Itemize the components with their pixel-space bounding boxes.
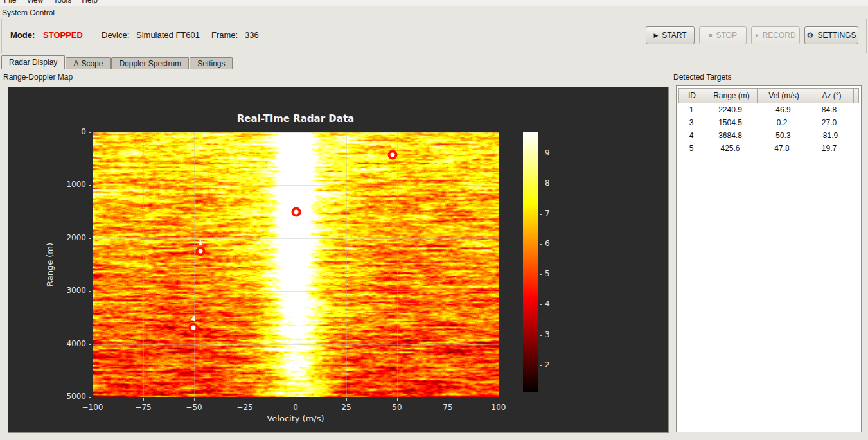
x-tick-mark xyxy=(448,398,448,401)
x-tick-mark xyxy=(245,398,245,401)
target-marker-label: 3 xyxy=(294,200,298,207)
x-tick-mark xyxy=(194,398,195,401)
column-header-blank xyxy=(853,88,859,103)
menu-item-file[interactable]: File xyxy=(4,0,16,5)
table-header-row: IDRange (m)Vel (m/s)Az (°) xyxy=(678,88,859,103)
cell-id: 4 xyxy=(678,129,704,142)
cell-vel-m-s: -46.9 xyxy=(756,103,808,116)
x-axis-label: Velocity (m/s) xyxy=(93,414,499,423)
cell-range-m: 2240.9 xyxy=(704,103,756,116)
colorbar-tick-mark xyxy=(540,304,542,305)
colorbar-tick-label: 4 xyxy=(545,299,550,308)
table-row[interactable]: 31504.50.227.0 xyxy=(678,116,859,129)
column-header-range-m[interactable]: Range (m) xyxy=(705,88,758,103)
stop-button[interactable]: ■STOP xyxy=(699,26,747,44)
column-header-az[interactable]: Az (°) xyxy=(810,88,854,103)
x-tick-mark xyxy=(499,398,499,401)
target-marker xyxy=(291,207,301,216)
y-tick-label: 2000 xyxy=(41,233,86,242)
tab-doppler-spectrum[interactable]: Doppler Spectrum xyxy=(111,57,189,69)
x-tick-label: 100 xyxy=(492,403,506,412)
y-axis-label: Range (m) xyxy=(45,243,55,286)
y-tick-label: 1000 xyxy=(41,180,86,189)
application-window: FileViewToolsHelp System Control Mode: S… xyxy=(0,0,868,440)
cell-az: 19.7 xyxy=(808,142,851,155)
x-tick-label: 25 xyxy=(341,403,351,412)
x-tick-mark xyxy=(143,398,144,401)
menu-item-help[interactable]: Help xyxy=(82,0,98,5)
target-marker xyxy=(195,246,205,256)
colorbar-tick-mark xyxy=(540,365,542,366)
target-marker xyxy=(189,322,199,332)
colorbar-tick-label: 3 xyxy=(545,330,550,339)
start-button[interactable]: ▶START xyxy=(646,26,695,44)
y-tick-mark xyxy=(89,132,91,133)
colorbar-tick-label: 9 xyxy=(545,148,550,157)
x-tick-label: −50 xyxy=(186,403,202,412)
cell-vel-m-s: 0.2 xyxy=(756,116,808,129)
column-header-id[interactable]: ID xyxy=(678,88,705,103)
detected-targets-label: Detected Targets xyxy=(673,73,732,82)
column-header-vel-m-s[interactable]: Vel (m/s) xyxy=(757,88,810,103)
button-label: STOP xyxy=(716,31,736,40)
menu-items: FileViewToolsHelp xyxy=(0,0,868,5)
menu-bar: FileViewToolsHelp xyxy=(0,0,868,6)
y-tick-mark xyxy=(89,238,91,239)
cell-az: 84.8 xyxy=(808,103,851,116)
range-doppler-plot-panel: Real-Time Radar Data Velocity (m/s) Rang… xyxy=(8,87,669,433)
colorbar-tick-mark xyxy=(540,244,542,245)
x-tick-mark xyxy=(397,398,398,401)
y-tick-label: 4000 xyxy=(41,339,86,348)
colorbar-tick-label: 2 xyxy=(545,360,550,369)
stop-icon: ■ xyxy=(709,32,712,39)
target-marker-label: 5 xyxy=(391,143,395,150)
button-label: SETTINGS xyxy=(817,31,856,40)
colorbar-tick-label: 7 xyxy=(545,209,550,218)
colorbar-tick-label: 8 xyxy=(545,179,550,188)
menu-item-tools[interactable]: Tools xyxy=(53,0,71,5)
x-tick-label: 75 xyxy=(443,403,452,412)
tab-a-scope[interactable]: A-Scope xyxy=(66,57,111,69)
y-tick-label: 5000 xyxy=(41,392,86,401)
settings-button[interactable]: ⚙SETTINGS xyxy=(804,26,858,44)
menu-item-view[interactable]: View xyxy=(26,0,43,5)
gear-icon: ⚙ xyxy=(807,31,814,40)
cell-vel-m-s: -50.3 xyxy=(756,129,808,142)
cell-vel-m-s: 47.8 xyxy=(756,142,808,155)
system-control-group-title: System Control xyxy=(2,8,55,17)
tab-settings[interactable]: Settings xyxy=(190,57,233,69)
y-tick-mark xyxy=(89,397,91,398)
button-label: RECORD xyxy=(763,31,796,40)
x-tick-mark xyxy=(93,398,93,401)
x-tick-label: −25 xyxy=(236,403,252,412)
tab-radar-display[interactable]: Radar Display xyxy=(1,55,65,69)
device-label: Device: xyxy=(102,30,129,40)
table-row[interactable]: 43684.8-50.3-81.9 xyxy=(678,129,859,142)
cell-range-m: 425.6 xyxy=(704,142,756,155)
table-row[interactable]: 12240.9-46.984.8 xyxy=(678,103,859,116)
target-marker-label: 4 xyxy=(191,315,196,322)
x-tick-mark xyxy=(296,398,296,401)
y-tick-mark xyxy=(89,344,91,345)
x-tick-label: −100 xyxy=(82,403,103,412)
cell-id: 1 xyxy=(678,103,704,116)
colorbar-tick-mark xyxy=(540,214,542,215)
cell-az: 27.0 xyxy=(808,116,851,129)
record-button[interactable]: ●RECORD xyxy=(751,26,800,44)
target-marker-label: 1 xyxy=(198,239,202,246)
range-doppler-heatmap xyxy=(93,132,499,397)
tab-bar: Radar DisplayA-ScopeDoppler SpectrumSett… xyxy=(1,55,233,69)
cell-range-m: 3684.8 xyxy=(704,129,756,142)
frame-label: Frame: xyxy=(211,30,238,40)
x-tick-label: −75 xyxy=(135,403,151,412)
mode-label: Mode: xyxy=(10,30,35,40)
table-row[interactable]: 5425.647.819.7 xyxy=(678,142,859,155)
target-marker xyxy=(388,150,398,160)
x-tick-label: 50 xyxy=(392,403,402,412)
colorbar-tick-label: 5 xyxy=(545,269,550,278)
device-value: Simulated FT601 xyxy=(136,30,200,40)
colorbar-tick-mark xyxy=(540,335,542,336)
record-icon: ● xyxy=(755,32,758,39)
detected-targets-table: IDRange (m)Vel (m/s)Az (°) 12240.9-46.98… xyxy=(676,85,862,432)
cell-id: 5 xyxy=(678,142,704,155)
